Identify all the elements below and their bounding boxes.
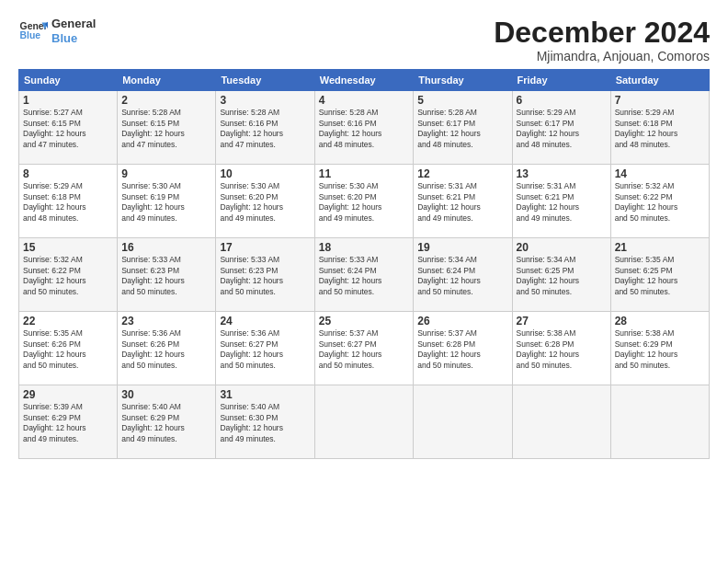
day-info: Sunrise: 5:28 AM Sunset: 6:16 PM Dayligh…	[220, 108, 310, 150]
day-number: 24	[220, 315, 310, 327]
day-info: Sunrise: 5:27 AM Sunset: 6:15 PM Dayligh…	[23, 108, 113, 150]
day-info: Sunrise: 5:30 AM Sunset: 6:20 PM Dayligh…	[220, 181, 310, 224]
sunset-label: Sunset: 6:29 PM	[121, 413, 179, 422]
day-number: 23	[121, 315, 211, 327]
daylight-minutes: and 49 minutes.	[23, 434, 78, 443]
sunrise-label: Sunrise: 5:30 AM	[121, 181, 181, 190]
daylight-minutes: and 50 minutes.	[319, 361, 374, 370]
sunset-label: Sunset: 6:15 PM	[23, 119, 81, 128]
day-number: 21	[615, 241, 705, 254]
calendar-header-row: SundayMondayTuesdayWednesdayThursdayFrid…	[19, 70, 710, 91]
day-info: Sunrise: 5:39 AM Sunset: 6:29 PM Dayligh…	[23, 402, 113, 444]
sunrise-label: Sunrise: 5:37 AM	[319, 328, 379, 338]
daylight-label: Daylight: 12 hours	[220, 202, 283, 212]
sunset-label: Sunset: 6:30 PM	[220, 413, 278, 422]
day-number: 2	[121, 94, 211, 107]
daylight-minutes: and 49 minutes.	[220, 213, 275, 223]
header: General Blue General Blue December 2024 …	[18, 17, 710, 63]
day-number: 31	[220, 388, 310, 401]
day-number: 19	[417, 241, 507, 254]
daylight-minutes: and 50 minutes.	[615, 287, 670, 296]
calendar-week-row: 22 Sunrise: 5:35 AM Sunset: 6:26 PM Dayl…	[19, 312, 710, 385]
day-info: Sunrise: 5:28 AM Sunset: 6:17 PM Dayligh…	[417, 108, 507, 150]
calendar-cell: 15 Sunrise: 5:32 AM Sunset: 6:22 PM Dayl…	[19, 238, 118, 312]
sunrise-label: Sunrise: 5:29 AM	[23, 181, 83, 190]
daylight-minutes: and 48 minutes.	[517, 140, 572, 149]
day-number: 3	[220, 94, 310, 107]
sunset-label: Sunset: 6:28 PM	[417, 339, 475, 349]
sunrise-label: Sunrise: 5:31 AM	[517, 181, 576, 190]
daylight-label: Daylight: 12 hours	[121, 350, 185, 359]
calendar-cell: 28 Sunrise: 5:38 AM Sunset: 6:29 PM Dayl…	[610, 312, 709, 385]
day-info: Sunrise: 5:29 AM Sunset: 6:18 PM Dayligh…	[615, 108, 705, 150]
weekday-header-monday: Monday	[118, 70, 216, 91]
day-info: Sunrise: 5:33 AM Sunset: 6:24 PM Dayligh…	[319, 255, 410, 297]
calendar-cell: 9 Sunrise: 5:30 AM Sunset: 6:19 PM Dayli…	[118, 165, 216, 238]
day-number: 27	[517, 315, 607, 327]
daylight-label: Daylight: 12 hours	[121, 202, 185, 212]
daylight-minutes: and 47 minutes.	[23, 140, 78, 149]
sunset-label: Sunset: 6:23 PM	[121, 266, 179, 275]
calendar-cell	[512, 385, 610, 459]
day-number: 5	[417, 94, 507, 107]
sunset-label: Sunset: 6:25 PM	[517, 266, 574, 275]
sunset-label: Sunset: 6:29 PM	[615, 339, 673, 349]
sunrise-label: Sunrise: 5:37 AM	[417, 328, 477, 338]
title-block: December 2024 Mjimandra, Anjouan, Comoro…	[494, 17, 710, 63]
sunset-label: Sunset: 6:19 PM	[121, 192, 179, 201]
logo: General Blue General Blue	[18, 17, 96, 46]
calendar-cell	[314, 385, 414, 459]
sunrise-label: Sunrise: 5:28 AM	[417, 108, 477, 117]
sunrise-label: Sunrise: 5:30 AM	[220, 181, 279, 190]
day-number: 8	[23, 167, 113, 180]
daylight-label: Daylight: 12 hours	[23, 202, 86, 212]
weekday-header-wednesday: Wednesday	[314, 70, 414, 91]
daylight-minutes: and 49 minutes.	[121, 434, 176, 443]
day-number: 14	[615, 167, 705, 180]
day-number: 18	[319, 241, 410, 254]
sunrise-label: Sunrise: 5:32 AM	[615, 181, 675, 190]
day-info: Sunrise: 5:36 AM Sunset: 6:26 PM Dayligh…	[121, 328, 211, 371]
calendar-cell	[414, 385, 512, 459]
calendar-week-row: 8 Sunrise: 5:29 AM Sunset: 6:18 PM Dayli…	[19, 165, 710, 238]
calendar-cell: 3 Sunrise: 5:28 AM Sunset: 6:16 PM Dayli…	[216, 91, 314, 165]
day-number: 29	[23, 388, 113, 401]
daylight-minutes: and 49 minutes.	[319, 213, 374, 223]
logo-icon: General Blue	[18, 17, 48, 46]
daylight-label: Daylight: 12 hours	[121, 129, 185, 138]
sunrise-label: Sunrise: 5:35 AM	[615, 255, 675, 264]
sunset-label: Sunset: 6:15 PM	[121, 119, 179, 128]
sunrise-label: Sunrise: 5:28 AM	[319, 108, 379, 117]
calendar-cell	[610, 385, 709, 459]
daylight-minutes: and 50 minutes.	[417, 287, 472, 296]
daylight-label: Daylight: 12 hours	[517, 202, 580, 212]
calendar-cell: 2 Sunrise: 5:28 AM Sunset: 6:15 PM Dayli…	[118, 91, 216, 165]
day-info: Sunrise: 5:33 AM Sunset: 6:23 PM Dayligh…	[121, 255, 211, 297]
sunrise-label: Sunrise: 5:33 AM	[220, 255, 279, 264]
weekday-header-sunday: Sunday	[19, 70, 118, 91]
calendar-cell: 26 Sunrise: 5:37 AM Sunset: 6:28 PM Dayl…	[414, 312, 512, 385]
day-info: Sunrise: 5:35 AM Sunset: 6:26 PM Dayligh…	[23, 328, 113, 371]
day-number: 4	[319, 94, 410, 107]
day-info: Sunrise: 5:38 AM Sunset: 6:28 PM Dayligh…	[517, 328, 607, 371]
logo-text-line1: General	[51, 17, 96, 31]
day-number: 17	[220, 241, 310, 254]
calendar-cell: 1 Sunrise: 5:27 AM Sunset: 6:15 PM Dayli…	[19, 91, 118, 165]
sunrise-label: Sunrise: 5:39 AM	[23, 402, 83, 411]
calendar-cell: 23 Sunrise: 5:36 AM Sunset: 6:26 PM Dayl…	[118, 312, 216, 385]
day-number: 25	[319, 315, 410, 327]
day-info: Sunrise: 5:28 AM Sunset: 6:16 PM Dayligh…	[319, 108, 410, 150]
sunset-label: Sunset: 6:18 PM	[23, 192, 81, 201]
daylight-minutes: and 50 minutes.	[517, 287, 572, 296]
calendar-week-row: 29 Sunrise: 5:39 AM Sunset: 6:29 PM Dayl…	[19, 385, 710, 459]
sunrise-label: Sunrise: 5:38 AM	[615, 328, 675, 338]
sunset-label: Sunset: 6:26 PM	[23, 339, 81, 349]
sunset-label: Sunset: 6:29 PM	[23, 413, 81, 422]
daylight-minutes: and 49 minutes.	[220, 434, 275, 443]
day-info: Sunrise: 5:34 AM Sunset: 6:25 PM Dayligh…	[517, 255, 607, 297]
calendar-cell: 5 Sunrise: 5:28 AM Sunset: 6:17 PM Dayli…	[414, 91, 512, 165]
sunset-label: Sunset: 6:17 PM	[517, 119, 574, 128]
sunset-label: Sunset: 6:27 PM	[319, 339, 377, 349]
sunset-label: Sunset: 6:20 PM	[319, 192, 377, 201]
sunrise-label: Sunrise: 5:31 AM	[417, 181, 477, 190]
